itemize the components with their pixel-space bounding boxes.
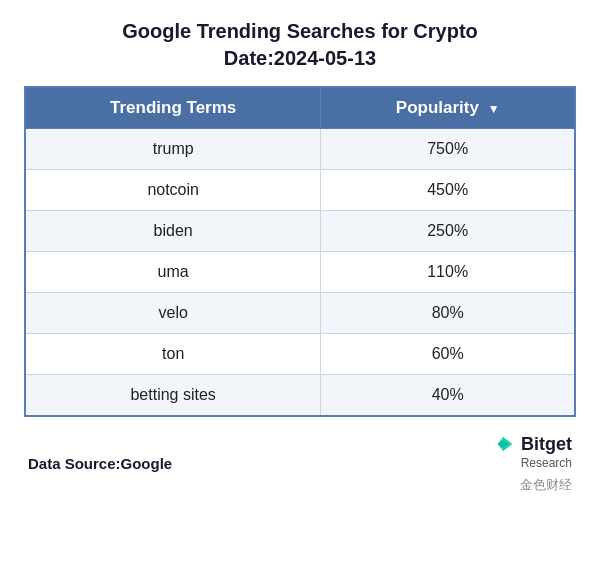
title-line2: Date:2024-05-13 xyxy=(224,47,376,69)
cell-popularity: 60% xyxy=(321,334,575,375)
cell-term: uma xyxy=(25,252,321,293)
jinjin-watermark: 金色财经 xyxy=(520,476,572,494)
cell-popularity: 80% xyxy=(321,293,575,334)
cell-popularity: 450% xyxy=(321,170,575,211)
bitget-logo: Bitget Research 金色财经 xyxy=(494,433,572,494)
cell-popularity: 250% xyxy=(321,211,575,252)
table-row: biden250% xyxy=(25,211,575,252)
table-row: velo80% xyxy=(25,293,575,334)
table-body: trump750%notcoin450%biden250%uma110%velo… xyxy=(25,129,575,417)
cell-term: ton xyxy=(25,334,321,375)
cell-popularity: 40% xyxy=(321,375,575,417)
page-title: Google Trending Searches for Crypto Date… xyxy=(122,18,478,72)
cell-term: notcoin xyxy=(25,170,321,211)
bitget-brand-sub: Research xyxy=(521,456,572,470)
bitget-icon xyxy=(494,433,516,455)
table-row: notcoin450% xyxy=(25,170,575,211)
trending-table: Trending Terms Popularity ▼ trump750%not… xyxy=(24,86,576,417)
table-row: uma110% xyxy=(25,252,575,293)
cell-term: biden xyxy=(25,211,321,252)
data-source-label: Data Source:Google xyxy=(28,455,172,472)
sort-arrow-icon: ▼ xyxy=(488,102,500,116)
table-row: trump750% xyxy=(25,129,575,170)
jinjin-text: 金色财经 xyxy=(520,476,572,494)
bitget-brand-name: Bitget xyxy=(521,434,572,455)
table-row: betting sites40% xyxy=(25,375,575,417)
cell-term: velo xyxy=(25,293,321,334)
footer: Data Source:Google Bitget Research 金色财经 xyxy=(24,433,576,494)
table-row: ton60% xyxy=(25,334,575,375)
cell-term: betting sites xyxy=(25,375,321,417)
col-header-terms: Trending Terms xyxy=(25,87,321,129)
cell-term: trump xyxy=(25,129,321,170)
cell-popularity: 750% xyxy=(321,129,575,170)
title-line1: Google Trending Searches for Crypto xyxy=(122,20,478,42)
bitget-brand: Bitget xyxy=(494,433,572,455)
col-header-popularity: Popularity ▼ xyxy=(321,87,575,129)
cell-popularity: 110% xyxy=(321,252,575,293)
table-header-row: Trending Terms Popularity ▼ xyxy=(25,87,575,129)
